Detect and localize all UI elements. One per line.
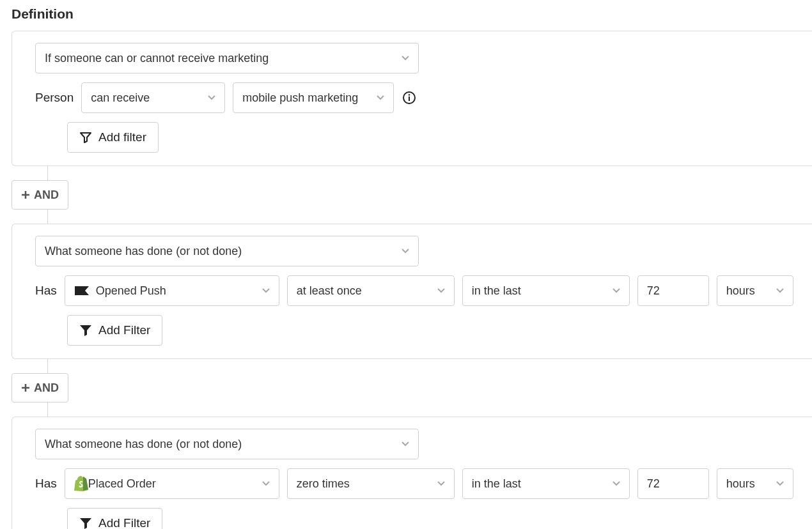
- subject-label: Has: [35, 477, 57, 491]
- channel-label: mobile push marketing: [242, 91, 358, 105]
- event-select[interactable]: Placed Order: [65, 468, 279, 499]
- unit-label: hours: [726, 477, 755, 491]
- verb-label: can receive: [91, 91, 150, 105]
- connector-line: [47, 166, 48, 180]
- chevron-down-icon: [601, 481, 620, 486]
- verb-select[interactable]: can receive: [81, 82, 225, 113]
- chevron-down-icon: [365, 95, 384, 100]
- condition-type-label: What someone has done (or not done): [45, 438, 242, 451]
- frequency-select[interactable]: zero times: [287, 468, 455, 499]
- filter-solid-icon: [79, 518, 92, 529]
- plus-icon: [21, 383, 30, 392]
- chevron-down-icon: [426, 288, 445, 293]
- frequency-label: at least once: [297, 284, 362, 298]
- info-icon[interactable]: [402, 90, 417, 105]
- connector-line: [47, 402, 48, 417]
- condition-block-placed-order: What someone has done (or not done) Has …: [12, 417, 812, 529]
- chevron-down-icon: [390, 441, 409, 447]
- range-select[interactable]: in the last: [462, 468, 630, 499]
- add-filter-label: Add filter: [98, 130, 146, 144]
- event-select[interactable]: Opened Push: [65, 275, 279, 306]
- page-title: Definition: [12, 6, 812, 22]
- unit-select[interactable]: hours: [717, 468, 793, 499]
- condition-type-label: What someone has done (or not done): [45, 245, 242, 258]
- range-select[interactable]: in the last: [462, 275, 630, 306]
- flag-icon: [74, 284, 91, 298]
- chevron-down-icon: [251, 481, 270, 486]
- connector-line: [47, 359, 48, 373]
- chevron-down-icon: [426, 481, 445, 486]
- and-connector-button[interactable]: AND: [12, 180, 68, 210]
- chevron-down-icon: [601, 288, 620, 293]
- svg-rect-2: [409, 96, 410, 101]
- add-filter-label: Add Filter: [98, 516, 150, 529]
- plus-icon: [21, 190, 30, 199]
- and-label: AND: [34, 381, 59, 395]
- event-label: Placed Order: [88, 477, 156, 491]
- condition-type-select[interactable]: If someone can or cannot receive marketi…: [35, 43, 419, 73]
- chevron-down-icon: [390, 56, 409, 61]
- frequency-select[interactable]: at least once: [287, 275, 455, 306]
- chevron-down-icon: [765, 288, 784, 293]
- value-input[interactable]: [637, 468, 709, 499]
- filter-solid-icon: [79, 325, 92, 336]
- condition-type-label: If someone can or cannot receive marketi…: [45, 52, 269, 65]
- value-input[interactable]: [637, 275, 709, 306]
- add-filter-button[interactable]: Add Filter: [67, 508, 162, 529]
- connector-line: [47, 210, 48, 224]
- shopify-icon: [74, 476, 88, 491]
- unit-label: hours: [726, 284, 755, 298]
- and-connector-button[interactable]: AND: [12, 373, 68, 402]
- subject-label: Person: [35, 91, 74, 105]
- event-label: Opened Push: [96, 284, 166, 298]
- and-label: AND: [34, 188, 59, 202]
- chevron-down-icon: [196, 95, 215, 100]
- add-filter-button[interactable]: Add Filter: [67, 315, 162, 346]
- add-filter-label: Add Filter: [98, 323, 150, 337]
- svg-point-1: [409, 94, 410, 96]
- subject-label: Has: [35, 284, 57, 298]
- chevron-down-icon: [390, 249, 409, 254]
- condition-block-marketing: If someone can or cannot receive marketi…: [12, 31, 812, 166]
- add-filter-button[interactable]: Add filter: [67, 122, 159, 153]
- chevron-down-icon: [765, 481, 784, 486]
- range-label: in the last: [472, 284, 521, 298]
- condition-block-opened-push: What someone has done (or not done) Has …: [12, 224, 812, 359]
- unit-select[interactable]: hours: [717, 275, 793, 306]
- chevron-down-icon: [251, 288, 270, 293]
- filter-icon: [79, 131, 92, 144]
- condition-type-select[interactable]: What someone has done (or not done): [35, 236, 419, 266]
- range-label: in the last: [472, 477, 521, 491]
- frequency-label: zero times: [297, 477, 350, 491]
- channel-select[interactable]: mobile push marketing: [233, 82, 394, 113]
- condition-type-select[interactable]: What someone has done (or not done): [35, 429, 419, 459]
